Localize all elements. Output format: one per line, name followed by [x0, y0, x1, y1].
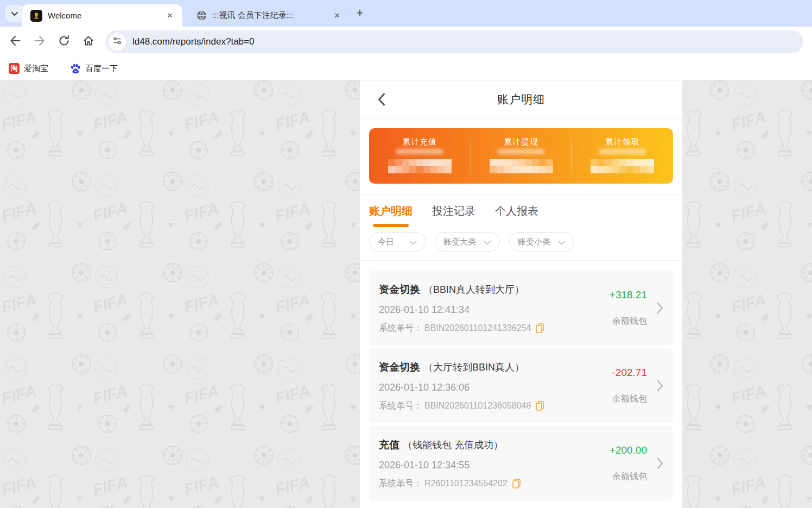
tab-label: 投注记录	[432, 204, 475, 218]
transaction-time: 2026-01-10 12:34:55	[379, 460, 587, 471]
bookmark-label: 爱淘宝	[24, 64, 48, 74]
back-button[interactable]	[6, 33, 24, 51]
bookmarks-bar: 淘 爱淘宝 du 百度一下	[0, 57, 812, 80]
page-title: 账户明细	[497, 92, 545, 107]
transaction-info: 充值 （钱能钱包 充值成功） 2026-01-10 12:34:55 系统单号：…	[379, 438, 587, 490]
tab-bet-records[interactable]: 投注记录	[432, 204, 475, 218]
account-detail-panel: 账户明细 累计充值 累计提现 累计领取	[360, 80, 682, 508]
wallet-label: 余额钱包	[612, 316, 647, 327]
browser-tab-betting-records[interactable]: :::视讯 会员下注纪录::: ×	[190, 4, 346, 27]
transaction-detail: （BBIN真人转到大厅）	[423, 283, 524, 296]
tab-label: 账户明细	[369, 204, 413, 218]
masked-value-blur	[396, 149, 443, 154]
tab-separator	[346, 9, 346, 21]
address-bar[interactable]: ld48.com/reports/index?tab=0	[105, 30, 803, 53]
reload-icon	[58, 35, 70, 49]
masked-value-blur	[498, 149, 544, 154]
tab-title: Welcome	[48, 11, 164, 20]
home-icon	[83, 35, 94, 49]
globe-icon	[196, 10, 207, 21]
close-icon[interactable]: ×	[164, 10, 176, 22]
site-settings-button[interactable]	[109, 33, 126, 51]
copy-icon[interactable]	[512, 479, 521, 488]
amount: +200.00	[610, 444, 647, 456]
stat-label: 累计提现	[504, 137, 538, 147]
amount: +318.21	[610, 289, 647, 301]
stat-label: 累计领取	[605, 137, 640, 147]
url-text[interactable]: ld48.com/reports/index?tab=0	[132, 36, 254, 47]
transaction-type: 充值	[379, 438, 399, 452]
transaction-info: 资金切换 （BBIN真人转到大厅） 2026-01-10 12:41:34 系统…	[379, 283, 587, 334]
transaction-type: 资金切换	[379, 360, 420, 374]
back-arrow-icon	[9, 35, 21, 49]
transaction-type: 资金切换	[379, 283, 420, 297]
bookmark-label: 百度一下	[85, 64, 118, 74]
panel-header: 账户明细	[360, 80, 682, 118]
wallet-label: 余额钱包	[612, 393, 647, 405]
cumulative-stats-card: 累计充值 累计提现 累计领取	[369, 128, 673, 184]
transaction-row[interactable]: 资金切换 （BBIN真人转到大厅） 2026-01-10 12:41:34 系统…	[369, 271, 673, 346]
stat-total-deposit: 累计充值	[369, 128, 471, 184]
tab-title: :::视讯 会员下注纪录:::	[212, 10, 331, 21]
order-label: 系统单号：	[379, 478, 422, 490]
transaction-detail: （大厅转到BBIN真人）	[423, 361, 524, 374]
chevron-right-icon[interactable]	[656, 456, 664, 471]
masked-value-mosaic	[490, 159, 553, 173]
transaction-info: 资金切换 （大厅转到BBIN真人） 2026-01-10 12:36:06 系统…	[379, 360, 587, 412]
masked-value-mosaic	[591, 159, 654, 173]
forward-button[interactable]	[30, 33, 49, 51]
order-number: BBIN202601101241336254	[424, 323, 531, 333]
order-number: BBIN202601101236058048	[424, 401, 531, 411]
stat-label: 累计充值	[402, 137, 437, 147]
browser-tab-welcome[interactable]: Welcome ×	[22, 4, 182, 27]
copy-icon[interactable]	[536, 401, 544, 411]
order-label: 系统单号：	[379, 323, 422, 334]
reload-button[interactable]	[55, 33, 73, 51]
summary-section: 累计充值 累计提现 累计领取	[360, 118, 682, 195]
masked-value-blur	[599, 149, 646, 154]
bookmark-baidu[interactable]: du 百度一下	[70, 63, 118, 74]
chevron-right-icon[interactable]	[656, 379, 664, 393]
copy-icon[interactable]	[536, 323, 544, 333]
taobao-icon: 淘	[9, 63, 20, 74]
transaction-detail: （钱能钱包 充值成功）	[403, 438, 503, 451]
report-tabs: 账户明细 投注记录 个人报表	[360, 195, 682, 228]
filter-row: 今日 账变大类 账变小类	[360, 228, 682, 261]
forward-arrow-icon	[34, 35, 46, 49]
tune-icon	[113, 36, 122, 47]
transaction-row[interactable]: 资金切换 （大厅转到BBIN真人） 2026-01-10 12:36:06 系统…	[369, 348, 673, 423]
transaction-list: 资金切换 （BBIN真人转到大厅） 2026-01-10 12:41:34 系统…	[360, 261, 682, 501]
tab-account-detail[interactable]: 账户明细	[369, 204, 413, 227]
transaction-amounts: -202.71 余额钱包	[587, 367, 647, 405]
transaction-row[interactable]: 充值 （钱能钱包 充值成功） 2026-01-10 12:34:55 系统单号：…	[369, 426, 673, 501]
order-number: R2601101234554202	[424, 479, 507, 488]
wallet-label: 余额钱包	[612, 471, 647, 482]
filter-major-category-dropdown[interactable]: 账变大类	[435, 232, 500, 252]
amount: -202.71	[612, 367, 647, 379]
filter-label: 账变小类	[518, 237, 550, 247]
tab-personal-report[interactable]: 个人报表	[495, 204, 538, 218]
filter-minor-category-dropdown[interactable]: 账变小类	[509, 232, 574, 252]
filter-date-dropdown[interactable]: 今日	[369, 232, 426, 252]
home-button[interactable]	[79, 33, 98, 51]
trophy-dark-icon	[30, 10, 42, 22]
chevron-down-icon	[409, 237, 417, 247]
close-icon[interactable]: ×	[331, 10, 343, 22]
new-tab-button[interactable]: +	[352, 5, 368, 22]
browser-tab-strip: Welcome × :::视讯 会员下注纪录::: × +	[0, 0, 812, 27]
transaction-time: 2026-01-10 12:41:34	[379, 304, 587, 316]
chevron-down-icon	[11, 9, 18, 18]
page-content: FIFA 账户明细 累计充值 累计提现	[0, 80, 812, 508]
svg-text:du: du	[74, 70, 78, 73]
browser-toolbar: ld48.com/reports/index?tab=0	[0, 27, 812, 57]
chevron-right-icon[interactable]	[656, 301, 664, 315]
chevron-down-icon	[484, 237, 491, 247]
order-label: 系统单号：	[379, 400, 422, 412]
bookmark-aitaobao[interactable]: 淘 爱淘宝	[9, 63, 48, 74]
back-chevron-icon[interactable]	[374, 92, 389, 107]
baidu-paw-icon: du	[70, 63, 81, 74]
transaction-time: 2026-01-10 12:36:06	[379, 382, 587, 393]
filter-label: 今日	[378, 237, 394, 247]
filter-label: 账变大类	[443, 237, 476, 247]
transaction-amounts: +318.21 余额钱包	[587, 289, 647, 327]
